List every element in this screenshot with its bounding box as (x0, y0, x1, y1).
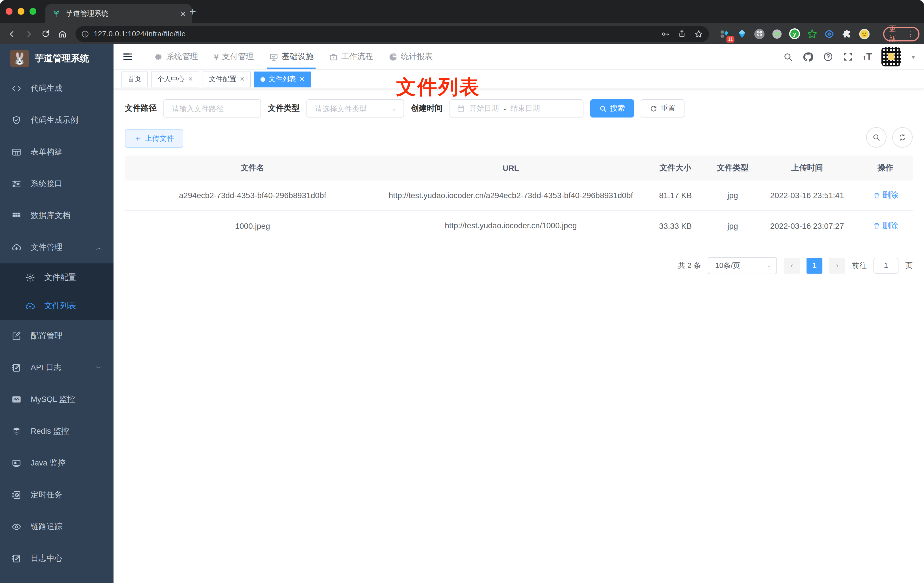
timer-icon (12, 490, 21, 500)
reset-button[interactable]: 重置 (641, 99, 685, 117)
sliders-icon (12, 179, 21, 189)
avatar-qr-code[interactable] (881, 47, 901, 66)
sidebar-item-mysql-monitor[interactable]: MySQL 监控 (0, 384, 114, 416)
date-range-picker[interactable]: 开始日期 - 结束日期 (449, 99, 584, 117)
font-size-icon[interactable]: TT (863, 52, 872, 62)
date-separator: - (503, 104, 506, 113)
extensions-puzzle-icon[interactable] (841, 28, 852, 40)
ext-blocker-icon[interactable]: 11 (719, 28, 730, 40)
forward-icon[interactable] (21, 26, 36, 41)
file-type-select-input[interactable] (314, 104, 392, 113)
url-bar[interactable]: 127.0.0.1:1024/infra/file/file (76, 26, 709, 42)
ext-eye-blue-icon[interactable] (824, 28, 835, 40)
tag-close-icon[interactable]: ✕ (299, 76, 305, 83)
tab-close-icon[interactable]: ✕ (180, 9, 186, 18)
minimize-window-button[interactable] (18, 8, 25, 15)
refresh-table-button[interactable] (892, 127, 912, 148)
sidebar-collapse-icon[interactable] (122, 51, 134, 63)
close-window-button[interactable] (6, 8, 13, 15)
file-type-select[interactable]: ⌄ (307, 99, 404, 117)
ext-dot-icon[interactable] (771, 28, 782, 40)
reload-icon[interactable] (38, 26, 53, 41)
next-page-button[interactable]: › (829, 258, 845, 274)
topnav-payment[interactable]: ¥ 支付管理 (206, 44, 262, 69)
sidebar-item-scheduled-tasks[interactable]: 定时任务 (0, 479, 114, 511)
cell-url: http://test.yudao.iocoder.cn/a294ecb2-73… (380, 180, 641, 211)
tag-profile[interactable]: 个人中心 ✕ (151, 71, 199, 87)
trash-icon (873, 222, 880, 230)
ext-star-green-icon[interactable] (807, 28, 818, 40)
new-tab-button[interactable]: ＋ (187, 6, 198, 17)
sidebar-item-db-doc[interactable]: 数据库文档 (0, 200, 114, 231)
gear-icon (25, 273, 35, 283)
filter-form: 文件路径 文件类型 ⌄ 创建时间 开始日期 - 结束日期 (125, 99, 912, 117)
sidebar-item-form-builder[interactable]: 表单构建 (0, 136, 114, 168)
tag-home[interactable]: 首页 (122, 71, 148, 87)
sidebar-item-code-example[interactable]: 代码生成示例 (0, 104, 114, 136)
monitor-check-icon (270, 53, 279, 61)
header-search-icon[interactable] (783, 52, 793, 61)
sidebar-item-system-api[interactable]: 系统接口 (0, 168, 114, 200)
site-info-icon[interactable] (81, 30, 89, 38)
date-start-placeholder[interactable]: 开始日期 (469, 103, 499, 114)
browser-tab[interactable]: 芋道管理系统 ✕ (45, 4, 192, 23)
red-annotation-text: 文件列表 (396, 74, 480, 101)
sidebar-item-config-management[interactable]: 配置管理 (0, 320, 114, 352)
home-icon[interactable] (55, 26, 70, 41)
browser-update-button[interactable]: 更新 ⋮ (883, 26, 920, 41)
sidebar-item-code-generation[interactable]: 代码生成 (0, 73, 114, 104)
maximize-window-button[interactable] (30, 8, 36, 15)
log-pencil-icon (12, 553, 21, 564)
upload-file-button[interactable]: ＋ 上传文件 (125, 129, 183, 148)
sidebar-item-file-list[interactable]: 文件列表 (0, 292, 114, 320)
date-end-placeholder[interactable]: 结束日期 (510, 103, 540, 114)
current-page[interactable]: 1 (807, 258, 822, 274)
fullscreen-icon[interactable] (843, 52, 853, 62)
screen: 芋道管理系统 ✕ ＋ 127.0.0.1:1024/infra/file/fil… (0, 0, 924, 583)
delete-button[interactable]: 删除 (873, 190, 898, 200)
sidebar-item-tracing[interactable]: 链路追踪 (0, 511, 114, 543)
topnav-system[interactable]: 系统管理 (147, 44, 206, 69)
topnav-reports[interactable]: 统计报表 (381, 44, 441, 69)
delete-button[interactable]: 删除 (873, 221, 898, 231)
browser-menu-dots-icon[interactable]: ⋮ (907, 30, 914, 38)
sidebar-logo-row[interactable]: 🐰 芋道管理系统 (0, 44, 114, 73)
sidebar-item-api-log[interactable]: API 日志 ﹀ (0, 352, 114, 384)
table-toolbar: ＋ 上传文件 (125, 117, 912, 148)
edit-square-icon (12, 331, 21, 341)
github-icon[interactable] (802, 51, 813, 62)
back-icon[interactable] (5, 26, 19, 41)
page-size-select[interactable]: 10条/页 ⌄ (708, 257, 777, 274)
bookmark-star-icon[interactable] (694, 29, 703, 38)
prev-page-button[interactable]: ‹ (784, 258, 800, 274)
sidebar-item-redis-monitor[interactable]: Redis 监控 (0, 416, 114, 448)
search-button[interactable]: 搜索 (590, 99, 634, 117)
sidebar-item-file-config[interactable]: 文件配置 (0, 263, 114, 292)
ext-y-green-icon[interactable]: y (789, 28, 800, 40)
url-text[interactable]: 127.0.0.1:1024/infra/file/file (94, 30, 656, 38)
active-tag-dot (261, 77, 265, 81)
file-path-input[interactable] (171, 104, 254, 113)
ext-command-icon[interactable]: ⌘ (754, 28, 765, 40)
tag-close-icon[interactable]: ✕ (239, 76, 244, 83)
ext-kite-icon[interactable] (737, 28, 748, 40)
tag-close-icon[interactable]: ✕ (188, 76, 193, 83)
share-icon[interactable] (678, 30, 686, 38)
password-key-icon[interactable] (661, 29, 670, 38)
sidebar-item-java-monitor[interactable]: Java 监控 (0, 448, 114, 479)
tag-file-config[interactable]: 文件配置 ✕ (203, 71, 251, 87)
cell-file-size: 33.33 KB (641, 211, 710, 241)
profile-avatar-emoji[interactable] (859, 28, 870, 40)
goto-page-input[interactable] (873, 258, 898, 274)
topnav-workflow[interactable]: 工作流程 (322, 44, 381, 69)
col-url: URL (380, 155, 641, 180)
search-icon (599, 105, 607, 112)
topnav-infrastructure[interactable]: 基础设施 (262, 44, 322, 69)
show-search-toggle-button[interactable] (866, 127, 886, 148)
tag-file-list[interactable]: 文件列表 ✕ (254, 71, 311, 87)
cloud-upload-icon (25, 301, 35, 311)
help-icon[interactable] (823, 52, 833, 62)
avatar-caret-down-icon[interactable]: ▼ (911, 54, 916, 60)
sidebar-item-file-management[interactable]: 文件管理 ︿ (0, 231, 114, 263)
sidebar-item-log-center[interactable]: 日志中心 (0, 543, 114, 575)
